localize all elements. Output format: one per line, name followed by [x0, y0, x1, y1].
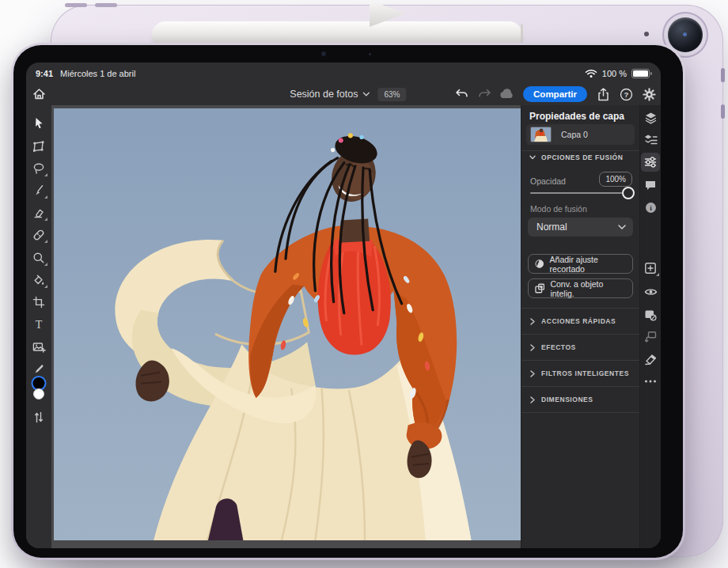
chevron-down-icon [529, 155, 536, 160]
help-icon[interactable]: ? [617, 85, 635, 103]
svg-text:?: ? [624, 90, 628, 99]
undo-icon[interactable] [453, 85, 470, 103]
chevron-right-icon [530, 370, 535, 377]
blend-mode-label: Modo de fusión [530, 204, 587, 214]
place-photo-tool[interactable] [29, 338, 48, 357]
settings-gear-icon[interactable] [640, 85, 658, 103]
type-tool[interactable]: T [29, 315, 48, 334]
canvas-workspace[interactable] [51, 105, 521, 548]
photoshop-app-screen: 9:41 Miércoles 1 de abril 100 % [26, 62, 661, 548]
cloud-sync-icon[interactable] [499, 85, 516, 103]
redo-icon[interactable] [476, 85, 493, 103]
front-camera [321, 51, 326, 56]
eyedropper-tool[interactable] [29, 360, 48, 379]
background-color-swatch[interactable] [33, 388, 44, 399]
adjustment-circle-icon [535, 259, 544, 269]
section-dimensiones[interactable]: DIMENSIONES [521, 386, 639, 412]
volume-button [65, 3, 87, 7]
transform-tool[interactable] [29, 137, 48, 156]
top-button [721, 68, 725, 82]
rear-camera [668, 17, 703, 52]
eraser-tool[interactable] [29, 203, 48, 222]
blend-mode-value: Normal [537, 222, 567, 233]
layer-properties-panel: Propiedades de capa Capa 0 OPCIONES DE F… [521, 105, 639, 548]
layers-icon[interactable] [641, 108, 660, 127]
layer-row[interactable]: Capa 0 [526, 124, 635, 145]
panel-title: Propiedades de capa [529, 111, 624, 122]
layer-properties-icon[interactable] [641, 131, 660, 150]
wifi-icon [585, 69, 597, 78]
volume-button [95, 3, 117, 7]
document-title-menu[interactable]: Sesión de fotos [290, 89, 370, 100]
crop-tool[interactable] [29, 293, 48, 312]
smart-object-icon [535, 283, 544, 293]
front-sensor [369, 53, 371, 55]
battery-icon [631, 69, 650, 78]
opacity-label: Opacidad [530, 176, 566, 186]
convert-smart-object-button[interactable]: Conv. a objeto intelig. [528, 278, 633, 298]
date: Miércoles 1 de abril [60, 69, 135, 78]
hero-scene: 9:41 Miércoles 1 de abril 100 % [0, 0, 728, 568]
healing-brush-tool[interactable] [29, 225, 48, 244]
more-ellipsis-icon[interactable] [641, 372, 660, 391]
status-bar: 9:41 Miércoles 1 de abril 100 % [26, 62, 661, 83]
chevron-right-icon [530, 318, 535, 325]
layer-name: Capa 0 [561, 130, 588, 139]
top-button [721, 104, 725, 119]
app-toolbar: Sesión de fotos 63% Compartir [26, 83, 661, 106]
add-clipped-adjustment-button[interactable]: Añadir ajuste recortado [528, 254, 633, 274]
visibility-eye-icon[interactable] [641, 282, 660, 301]
chevron-down-icon [618, 225, 626, 229]
opacity-value[interactable]: 100% [599, 172, 632, 187]
layer-thumbnail [530, 127, 552, 142]
battery-percent: 100 % [602, 69, 627, 78]
paint-brush-tool[interactable] [29, 181, 48, 200]
rear-mic [644, 32, 649, 36]
share-button[interactable]: Compartir [523, 86, 587, 102]
section-acciones-rapidas[interactable]: ACCIONES RÁPIDAS [521, 308, 639, 334]
paint-bucket-tool[interactable] [29, 271, 48, 290]
collapse-arrows[interactable] [29, 407, 48, 426]
clipping-mask-icon[interactable] [641, 328, 660, 346]
share-sheet-icon[interactable] [594, 85, 612, 103]
document-title: Sesión de fotos [290, 89, 358, 100]
home-button[interactable] [30, 85, 47, 103]
chevron-down-icon [362, 92, 370, 97]
chevron-right-icon [530, 396, 535, 403]
zoom-level-badge[interactable]: 63% [377, 88, 406, 101]
ipad-front-device: 9:41 Miércoles 1 de abril 100 % [11, 43, 685, 560]
chevron-right-icon [530, 344, 535, 351]
clock: 9:41 [36, 69, 53, 78]
lasso-tool[interactable] [29, 159, 48, 178]
blend-mode-dropdown[interactable]: Normal [528, 218, 633, 237]
flatten-icon[interactable] [641, 350, 660, 369]
opacity-slider-knob[interactable] [622, 187, 635, 199]
panel-rail: i [639, 105, 661, 548]
svg-text:T: T [36, 319, 43, 331]
photo-layer[interactable] [54, 108, 521, 540]
opacity-slider[interactable] [530, 192, 622, 194]
section-filtros-inteligentes[interactable]: FILTROS INTELIGENTES [521, 360, 639, 386]
adjustments-icon[interactable] [641, 153, 660, 172]
add-layer-icon[interactable] [641, 259, 660, 278]
move-tool[interactable] [29, 114, 48, 133]
section-efectos[interactable]: EFECTOS [521, 334, 639, 360]
fusion-section-header[interactable]: OPCIONES DE FUSIÓN [529, 153, 633, 161]
magnifier-tool[interactable] [29, 248, 48, 267]
info-icon[interactable]: i [641, 198, 660, 217]
layer-mask-icon[interactable] [641, 305, 660, 324]
foreground-color-swatch[interactable] [33, 377, 45, 389]
comments-icon[interactable] [641, 176, 660, 195]
tool-rail: T [26, 105, 52, 548]
